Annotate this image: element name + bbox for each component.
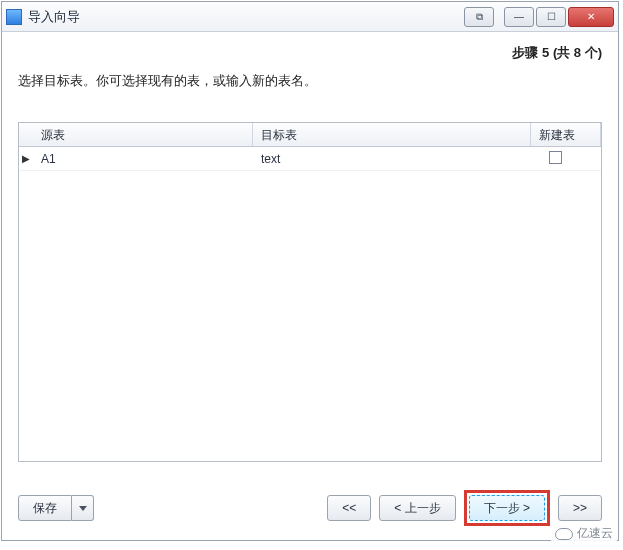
content-area: 步骤 5 (共 8 个) 选择目标表。你可选择现有的表，或输入新的表名。 源表 … — [2, 32, 618, 540]
current-row-icon: ▶ — [19, 153, 33, 164]
instruction-text: 选择目标表。你可选择现有的表，或输入新的表名。 — [18, 72, 602, 90]
wizard-nav: << < 上一步 下一步 > >> — [327, 490, 602, 526]
titlebar[interactable]: 导入向导 ⧉ — ☐ ✕ — [2, 2, 618, 32]
col-header-source[interactable]: 源表 — [33, 123, 253, 146]
window-controls: ⧉ — ☐ ✕ — [464, 7, 614, 27]
cell-target[interactable]: text — [253, 150, 531, 168]
last-button[interactable]: >> — [558, 495, 602, 521]
col-header-target[interactable]: 目标表 — [253, 123, 531, 146]
maximize-button[interactable]: ☐ — [536, 7, 566, 27]
cell-create — [531, 149, 601, 169]
window-title: 导入向导 — [28, 8, 464, 26]
table-row[interactable]: ▶ A1 text — [19, 147, 601, 171]
prev-button[interactable]: < 上一步 — [379, 495, 455, 521]
chevron-down-icon — [79, 506, 87, 511]
minimize-button[interactable]: — — [504, 7, 534, 27]
save-split-button: 保存 — [18, 495, 94, 521]
create-table-checkbox[interactable] — [549, 151, 562, 164]
import-wizard-window: 导入向导 ⧉ — ☐ ✕ 步骤 5 (共 8 个) 选择目标表。你可选择现有的表… — [1, 1, 619, 541]
next-button-highlight: 下一步 > — [464, 490, 550, 526]
step-indicator: 步骤 5 (共 8 个) — [18, 44, 602, 62]
footer: 保存 << < 上一步 下一步 > >> — [18, 490, 602, 526]
save-button[interactable]: 保存 — [18, 495, 72, 521]
next-button[interactable]: 下一步 > — [469, 495, 545, 521]
table-mapping-grid: 源表 目标表 新建表 ▶ A1 text — [18, 122, 602, 462]
first-button[interactable]: << — [327, 495, 371, 521]
save-dropdown-button[interactable] — [72, 495, 94, 521]
app-icon — [6, 9, 22, 25]
col-header-create[interactable]: 新建表 — [531, 123, 601, 146]
restore-down-extra-button[interactable]: ⧉ — [464, 7, 494, 27]
row-marker-header — [19, 123, 33, 146]
grid-header: 源表 目标表 新建表 — [19, 123, 601, 147]
close-button[interactable]: ✕ — [568, 7, 614, 27]
cell-source[interactable]: A1 — [33, 150, 253, 168]
